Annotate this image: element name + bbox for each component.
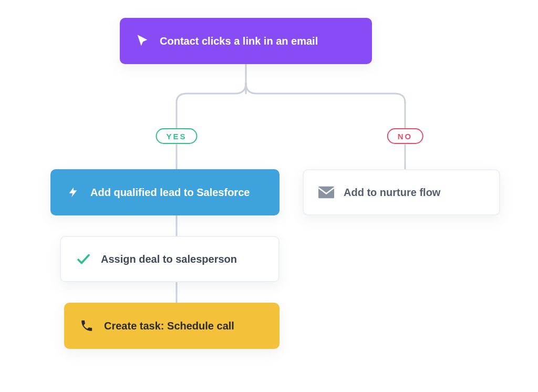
bolt-icon — [65, 184, 81, 200]
phone-icon — [79, 318, 95, 334]
yes-step-1[interactable]: Add qualified lead to Salesforce — [50, 169, 280, 215]
automation-flow-diagram: Contact clicks a link in an email YES NO… — [0, 0, 538, 392]
no-step-1-label: Add to nurture flow — [344, 187, 440, 199]
yes-step-3-label: Create task: Schedule call — [104, 320, 234, 332]
yes-branch-label: YES — [166, 132, 187, 141]
yes-step-1-label: Add qualified lead to Salesforce — [90, 187, 250, 199]
svg-rect-6 — [318, 187, 334, 199]
yes-step-2[interactable]: Assign deal to salesperson — [60, 236, 280, 282]
envelope-icon — [318, 184, 334, 200]
cursor-icon — [134, 33, 150, 49]
no-step-1[interactable]: Add to nurture flow — [303, 169, 500, 215]
check-icon — [76, 251, 91, 267]
trigger-label: Contact clicks a link in an email — [160, 35, 318, 47]
yes-step-3[interactable]: Create task: Schedule call — [64, 303, 280, 349]
trigger-node[interactable]: Contact clicks a link in an email — [120, 18, 372, 64]
no-branch-label: NO — [398, 132, 413, 141]
no-branch-pill: NO — [387, 128, 423, 144]
yes-step-2-label: Assign deal to salesperson — [101, 253, 237, 265]
yes-branch-pill: YES — [156, 128, 197, 144]
